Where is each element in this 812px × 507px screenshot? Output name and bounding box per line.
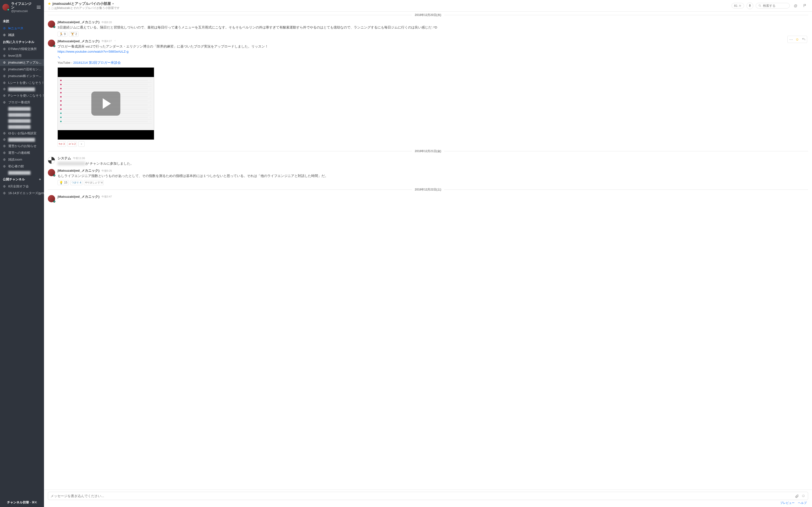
channel-label: ████████████ [8, 138, 35, 142]
message-username: システム [57, 156, 71, 161]
menu-icon[interactable] [36, 4, 42, 10]
reaction[interactable]: ﾜｯﾀ 3 [57, 141, 66, 147]
add-channel-icon[interactable]: + [39, 177, 41, 181]
channel-item[interactable]: leニュース [0, 25, 44, 32]
reaction[interactable]: つまり 4 [70, 180, 83, 185]
channel-item[interactable]: ██████████ [0, 118, 44, 124]
user-avatar[interactable] [48, 195, 55, 202]
reaction[interactable]: 💡15 [57, 180, 69, 185]
reactions: ﾜｯﾀ 3 ｽﾊﾞﾙ 2 ＋ [57, 141, 808, 147]
globe-icon [3, 192, 6, 194]
emoji-icon[interactable]: ☺ [794, 37, 800, 42]
workspace-avatar[interactable] [2, 4, 9, 11]
channel-item[interactable]: 初心者の館 [0, 163, 44, 170]
channel-label: jmatsuzaki株インター... [8, 74, 41, 78]
add-reaction-button[interactable]: ＋ [78, 141, 85, 147]
member-count-button[interactable]: 81 [731, 3, 744, 8]
attach-icon[interactable] [795, 494, 799, 498]
channel-item[interactable]: ██████████ [0, 106, 44, 112]
channel-item[interactable]: Lシートを使いこなそう！ [0, 79, 44, 86]
reply-icon[interactable] [801, 37, 806, 42]
channel-item[interactable]: 運営からのお知らせ [0, 143, 44, 150]
user-avatar[interactable] [48, 40, 55, 47]
channel-item[interactable]: ブロガー養成所 [0, 99, 44, 106]
channel-topic: ここはjMatsuzakiとそのアップルパイが集う小部屋です [48, 6, 120, 10]
globe-icon [3, 61, 6, 64]
channel-list[interactable]: 未読leニュース雑談お気に入りチャンネルDTMerの情報交換所fever活用jm… [0, 15, 44, 498]
message-username[interactable]: jMatsuzaki(wd_メカニック) [57, 194, 100, 199]
globe-icon [3, 145, 6, 148]
message-link[interactable]: https://www.youtube.com/watch?v=588SeAzL… [57, 50, 129, 53]
emoji-picker-icon[interactable]: ☺ [801, 494, 806, 498]
message-list[interactable]: 2018年12月20日(木) jMatsuzaki(wd_メカニック) 午前8:… [44, 12, 812, 490]
globe-icon [3, 185, 6, 188]
collapse-icon[interactable]: ⤡ [57, 55, 60, 59]
channel-item[interactable]: ゆるいお悩み相談室 [0, 130, 44, 137]
help-link[interactable]: ヘルプ [798, 501, 807, 505]
search-input[interactable] [763, 4, 787, 7]
channel-item[interactable]: Pシートを使いこなそう！ [0, 92, 44, 99]
play-button[interactable] [58, 68, 154, 139]
channel-item[interactable]: jmatsuzaki株インター... [0, 73, 44, 79]
channel-item[interactable]: fever活用 [0, 52, 44, 59]
workspace-header[interactable]: ライフエンジン @jmatsuzaki [0, 0, 44, 15]
channel-item[interactable]: 16-14ダイエッターズgym [0, 190, 44, 196]
user-avatar[interactable] [48, 169, 55, 176]
channel-item[interactable]: jmatsuzakiの芸術セン... [0, 66, 44, 73]
user-avatar[interactable] [48, 20, 55, 28]
svg-point-20 [740, 5, 741, 6]
preview-link[interactable]: プレビュー [780, 501, 795, 505]
composer: ☺ プレビュー ヘルプ [44, 490, 812, 507]
reaction[interactable]: 🏋️2 [69, 32, 79, 37]
message-actions: ⋯ ☺ [788, 36, 807, 43]
channel-label: ████████████ [8, 88, 35, 91]
globe-icon [3, 165, 6, 168]
reaction[interactable]: やりましょう! 4 [84, 180, 104, 185]
attachment: YouTube - 20181214 第2回ブロガー座談会 … … … … … … [57, 61, 808, 140]
channel-label: ██████████ [8, 107, 31, 111]
channel-item[interactable]: ████████████ [0, 86, 44, 92]
pin-icon[interactable] [747, 2, 753, 9]
channel-item[interactable]: jmatsuzakiとアップル... [0, 59, 44, 66]
message-time: 午後9:25 [101, 169, 112, 173]
channel-switcher[interactable]: チャンネル切替 - ⌘K [0, 498, 44, 507]
search-box[interactable] [756, 3, 790, 8]
message-input[interactable] [51, 494, 793, 498]
message-username[interactable]: jMatsuzaki(wd_メカニック) [57, 20, 100, 24]
reaction[interactable]: ｽﾊﾞﾙ 2 [67, 141, 77, 147]
channel-item[interactable]: DTMerの情報交換所 [0, 46, 44, 52]
globe-icon [3, 132, 6, 135]
channel-label: jmatsuzakiの芸術セン... [8, 67, 41, 71]
message-username[interactable]: jMatsuzaki(wd_メカニック) [57, 39, 100, 44]
channel-item[interactable]: 8月全国オフ会 [0, 183, 44, 190]
channel-label: ██████████ [8, 125, 31, 129]
more-icon[interactable]: ⋯ [788, 37, 794, 42]
mentions-icon[interactable]: @ [792, 2, 799, 9]
globe-icon [3, 74, 6, 77]
channel-item[interactable]: 雑談zoom [0, 156, 44, 163]
attachment-title[interactable]: 20181214 第2回ブロガー座談会 [73, 61, 121, 64]
message-time: 午前8:20 [101, 20, 112, 24]
flag-icon[interactable] [801, 2, 808, 9]
channel-item[interactable]: ██████████ [0, 112, 44, 118]
reaction[interactable]: 🏃9 [57, 32, 67, 37]
chevron-down-icon[interactable]: ▾ [112, 2, 114, 5]
star-icon[interactable]: ★ [48, 2, 51, 6]
globe-icon [3, 68, 6, 71]
message-username[interactable]: jMatsuzaki(wd_メカニック) [57, 169, 100, 173]
message-text: ブロガー養成講座 vol.2で行ったアンダース・エリクソン博士の「限界的練習」に… [57, 44, 808, 54]
channel-item[interactable]: ██████████ [0, 170, 44, 176]
video-thumbnail[interactable]: … … … … … … … … … … … [57, 67, 154, 140]
globe-icon [3, 158, 6, 161]
channel-item[interactable]: 運営への連絡帳 [0, 150, 44, 156]
reactions: 🏃9 🏋️2 [57, 32, 808, 37]
channel-item[interactable]: ██████████ [0, 124, 44, 130]
workspace-title: ライフエンジン [11, 2, 34, 9]
section-title: 公開チャンネル+ [0, 176, 44, 183]
channel-item[interactable]: ████████████ [0, 137, 44, 143]
workspace-handle: @jmatsuzaki [11, 9, 34, 13]
channel-item[interactable]: 雑談 [0, 32, 44, 38]
channel-label: ██████████ [8, 113, 31, 117]
reactions: 💡15 つまり 4 やりましょう! 4 [57, 180, 808, 185]
system-message: システム 午前11:06 ████████████が チャンネルに参加しました。 [48, 155, 808, 167]
